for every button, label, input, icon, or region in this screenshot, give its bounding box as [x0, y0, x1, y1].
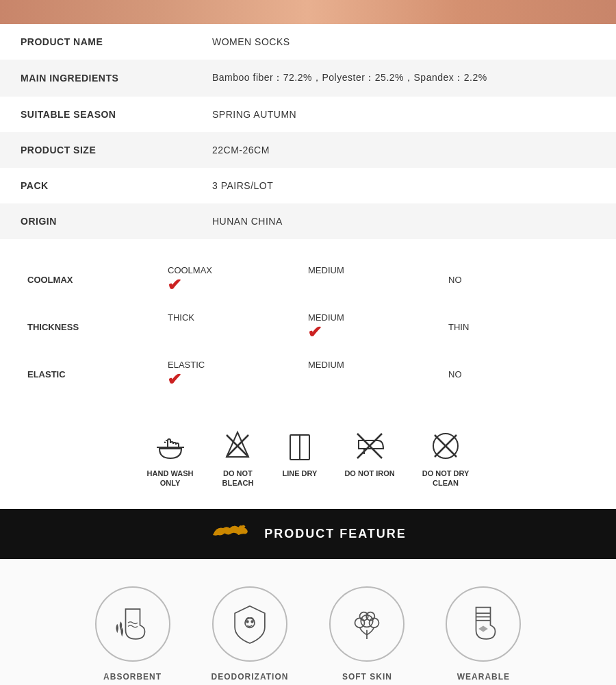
spec-row: MAIN INGREDIENTS Bamboo fiber：72.2%，Poly… [0, 60, 616, 97]
feature-item: ABSORBENT [95, 586, 170, 682]
rating-label: ELASTIC [27, 354, 168, 395]
svg-point-14 [355, 618, 365, 627]
care-item: LINE DRY [282, 429, 317, 478]
do-not-iron-icon [352, 429, 387, 463]
spec-value: 3 PAIRS/LOT [192, 168, 616, 203]
feature-item: SOFT SKIN [329, 586, 405, 682]
sock-pattern-icon [446, 586, 521, 662]
rating-value1: THICK [168, 307, 308, 347]
spec-row: ORIGIN HUNAN CHINA [0, 203, 616, 239]
svg-point-12 [251, 621, 253, 623]
checkmark-icon: ✔ [307, 323, 322, 342]
features-section: ABSORBENT DEODORIZATION [0, 559, 616, 685]
spec-label: PRODUCT NAME [0, 24, 192, 60]
spec-value: SPRING AUTUMN [192, 97, 616, 132]
do-not-bleach-icon [220, 429, 255, 463]
svg-point-15 [370, 618, 379, 627]
rating-label: COOLMAX [27, 260, 168, 300]
care-item: DO NOT DRYCLEAN [422, 429, 470, 488]
spec-label: PRODUCT SIZE [0, 132, 192, 168]
feature-label: DEODORIZATION [211, 672, 289, 682]
care-label: LINE DRY [282, 469, 317, 478]
specs-table: PRODUCT NAME WOMEN SOCKS MAIN INGREDIENT… [0, 24, 616, 239]
care-label: DO NOT IRON [344, 469, 394, 478]
ratings-section: COOLMAXCOOLMAX✔MEDIUMNOTHICKNESSTHICKMED… [0, 239, 616, 408]
spec-label: SUITABLE SEASON [0, 97, 192, 132]
hero-image [0, 0, 616, 24]
rating-value2: MEDIUM [308, 354, 448, 395]
feature-item: DEODORIZATION [211, 586, 289, 682]
care-item: HAND WASHONLY [147, 429, 194, 488]
spec-value: HUNAN CHINA [192, 203, 616, 239]
sock-waves-icon [95, 586, 170, 662]
rating-value3: NO [448, 260, 589, 300]
spec-row: PRODUCT SIZE 22CM-26CM [0, 132, 616, 168]
svg-point-11 [246, 621, 248, 623]
feature-banner: PRODUCT FEATURE [0, 509, 616, 559]
spec-label: MAIN INGREDIENTS [0, 60, 192, 97]
shield-leaf-icon [212, 586, 287, 662]
spec-row: SUITABLE SEASON SPRING AUTUMN [0, 97, 616, 132]
feature-label: SOFT SKIN [342, 672, 392, 682]
spec-label: ORIGIN [0, 203, 192, 239]
care-item: DO NOT IRON [344, 429, 394, 478]
feature-banner-title: PRODUCT FEATURE [264, 527, 407, 541]
line-dry-icon [283, 429, 317, 463]
spec-value: 22CM-26CM [192, 132, 616, 168]
spec-label: PACK [0, 168, 192, 203]
rating-value3: NO [448, 354, 589, 395]
rating-label: THICKNESS [27, 307, 168, 347]
care-label: HAND WASHONLY [147, 469, 194, 488]
hand-wash-icon [153, 429, 188, 463]
rating-value1: COOLMAX✔ [168, 260, 308, 300]
rating-value1: ELASTIC✔ [168, 354, 308, 395]
rating-value2: MEDIUM✔ [308, 307, 448, 347]
cotton-icon [329, 586, 405, 662]
brand-logo-icon [209, 521, 251, 547]
checkmark-icon: ✔ [167, 370, 182, 389]
feature-item: WEARABLE [446, 586, 521, 682]
spec-value: Bamboo fiber：72.2%，Polyester：25.2%，Spand… [192, 60, 616, 97]
checkmark-icon: ✔ [167, 275, 182, 295]
care-item: DO NOTBLEACH [220, 429, 255, 488]
care-label: DO NOT DRYCLEAN [422, 469, 470, 488]
spec-row: PRODUCT NAME WOMEN SOCKS [0, 24, 616, 60]
spec-value: WOMEN SOCKS [192, 24, 616, 60]
feature-label: ABSORBENT [103, 672, 162, 682]
spec-row: PACK 3 PAIRS/LOT [0, 168, 616, 203]
feature-label: WEARABLE [457, 672, 510, 682]
care-label: DO NOTBLEACH [222, 469, 254, 488]
rating-value2: MEDIUM [308, 260, 448, 300]
do-not-dry-clean-icon [428, 429, 463, 463]
rating-value3: THIN [448, 307, 589, 347]
care-section: HAND WASHONLY DO NOTBLEACH LINE DRY [0, 408, 616, 502]
